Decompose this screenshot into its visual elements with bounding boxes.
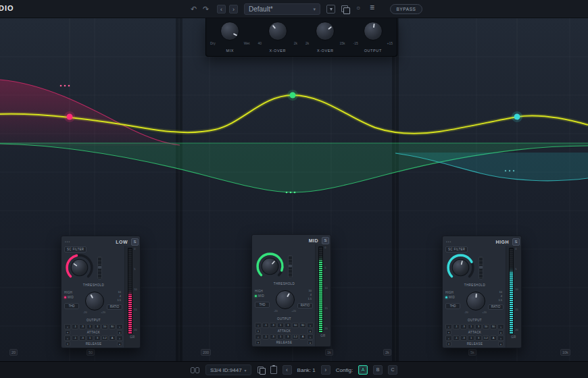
attack-prev-button[interactable]: ‹ (64, 324, 71, 329)
menu-icon[interactable]: ≡ (370, 3, 374, 12)
attack-step[interactable]: 1 (468, 324, 474, 329)
detector-slider[interactable] (288, 255, 293, 278)
release-step-down[interactable]: ▾ (65, 342, 70, 346)
low-crossover-handle[interactable] (64, 111, 75, 122)
det-mid-option[interactable]: MID (64, 296, 82, 299)
preset-prev-button[interactable]: ‹ (217, 5, 226, 14)
mid-band-handle-dots[interactable] (286, 192, 296, 194)
sc-filter-button[interactable]: SC FILTER (64, 246, 87, 252)
ratio-button[interactable]: RATIO (297, 303, 313, 308)
attack-prev-button[interactable]: ‹ (255, 323, 262, 328)
release-step[interactable]: 1 (277, 334, 284, 340)
attack-step[interactable]: 10 (483, 324, 489, 329)
det-mid-option[interactable]: MID (255, 294, 272, 298)
det-high-option[interactable]: HIGH (255, 290, 272, 293)
power-circle-icon[interactable]: ○ (356, 3, 360, 13)
release-step-down[interactable]: ▾ (255, 340, 261, 345)
bank-next-button[interactable]: › (321, 365, 330, 375)
preset-dropdown[interactable]: Default* ▾ (244, 3, 320, 15)
redo-icon[interactable]: ↷ (203, 4, 209, 14)
release-prev-button[interactable]: ‹ (255, 334, 262, 340)
det-high-option[interactable]: HIGH (445, 291, 463, 294)
release-step[interactable]: A (299, 334, 306, 340)
attack-step[interactable]: 30 (299, 323, 306, 328)
release-next-button[interactable]: › (116, 335, 123, 341)
solo-button[interactable]: S (512, 238, 520, 246)
attack-step[interactable]: 10 (101, 324, 108, 329)
release-step[interactable]: 1 (468, 335, 474, 341)
attack-step[interactable]: .1 (72, 324, 78, 329)
detector-slider[interactable] (479, 256, 483, 279)
release-step[interactable]: 1.2 (292, 334, 299, 340)
config-slot-a[interactable]: A (358, 365, 368, 375)
release-step-up[interactable]: ▴ (117, 342, 122, 346)
io-routing-icon[interactable] (191, 367, 200, 374)
release-step-up[interactable]: ▴ (498, 342, 504, 346)
release-step[interactable]: 3 (94, 335, 101, 341)
release-step[interactable]: 3 (475, 335, 482, 341)
bank-prev-button[interactable]: ‹ (283, 365, 292, 375)
threshold-knob[interactable] (64, 252, 95, 283)
attack-step[interactable]: 1 (277, 323, 284, 328)
attack-step[interactable]: 3 (285, 323, 291, 328)
thd-button[interactable]: THD (255, 302, 270, 308)
low-band-handle-dots[interactable] (60, 85, 70, 87)
attack-step[interactable]: .3 (270, 323, 276, 328)
band-output-knob[interactable] (276, 290, 295, 309)
attack-step[interactable]: 3 (94, 324, 101, 329)
copy-settings-icon[interactable] (341, 5, 349, 14)
threshold-knob[interactable] (445, 252, 476, 283)
threshold-knob[interactable] (255, 251, 285, 281)
release-step[interactable]: .1 (262, 334, 269, 340)
attack-next-button[interactable]: › (497, 324, 504, 329)
det-mid-option[interactable]: MID (445, 296, 463, 299)
det-high-option[interactable]: HIGH (64, 291, 82, 294)
attack-step[interactable]: .1 (262, 323, 269, 328)
high-xover-knob[interactable] (316, 22, 335, 40)
release-step[interactable]: A (109, 335, 116, 341)
solo-button[interactable]: S (322, 237, 329, 244)
release-next-button[interactable]: › (307, 334, 314, 340)
attack-prev-button[interactable]: ‹ (445, 324, 452, 329)
release-step[interactable]: 3 (285, 334, 291, 340)
release-step[interactable]: .1 (72, 335, 78, 341)
attack-step-down[interactable]: ▾ (255, 329, 261, 333)
release-step[interactable]: 1 (87, 335, 93, 341)
release-step[interactable]: .3 (270, 334, 276, 340)
band-output-knob[interactable] (85, 292, 104, 310)
save-preset-icon[interactable] (326, 5, 335, 14)
config-slot-c[interactable]: C (388, 365, 397, 375)
undo-icon[interactable]: ↶ (191, 4, 197, 14)
config-slot-b[interactable]: B (373, 365, 383, 375)
slider-handle[interactable] (98, 266, 101, 269)
release-step[interactable]: .3 (460, 335, 467, 341)
attack-step-up[interactable]: ▴ (308, 329, 313, 333)
mix-knob[interactable] (220, 22, 239, 40)
attack-step-up[interactable]: ▴ (498, 330, 504, 335)
solo-button[interactable]: S (131, 238, 139, 246)
high-band-region[interactable] (395, 153, 588, 181)
plugin-id-dropdown[interactable]: S3/4 ID:9447 ▾ (205, 364, 251, 375)
attack-step[interactable]: .3 (79, 324, 86, 329)
release-step-down[interactable]: ▾ (446, 342, 451, 346)
release-prev-button[interactable]: ‹ (64, 335, 71, 341)
copy-icon[interactable] (257, 366, 265, 374)
attack-step[interactable]: 30 (109, 324, 116, 329)
ratio-button[interactable]: RATIO (107, 304, 122, 310)
attack-step[interactable]: 10 (292, 323, 299, 328)
thd-button[interactable]: THD (64, 303, 79, 309)
release-next-button[interactable]: › (497, 335, 504, 341)
attack-next-button[interactable]: › (307, 323, 314, 328)
attack-step[interactable]: 30 (490, 324, 497, 329)
output-knob-global[interactable] (364, 22, 383, 40)
release-prev-button[interactable]: ‹ (445, 335, 452, 341)
release-step[interactable]: 1.2 (483, 335, 489, 341)
thd-button[interactable]: THD (445, 303, 460, 309)
slider-handle[interactable] (479, 266, 483, 269)
high-crossover-handle[interactable] (512, 111, 522, 122)
release-step[interactable]: .1 (453, 335, 460, 341)
ratio-button[interactable]: RATIO (488, 304, 504, 310)
release-step-up[interactable]: ▴ (308, 340, 313, 345)
release-step[interactable]: 1.2 (101, 335, 108, 341)
low-xover-knob[interactable] (268, 22, 287, 40)
